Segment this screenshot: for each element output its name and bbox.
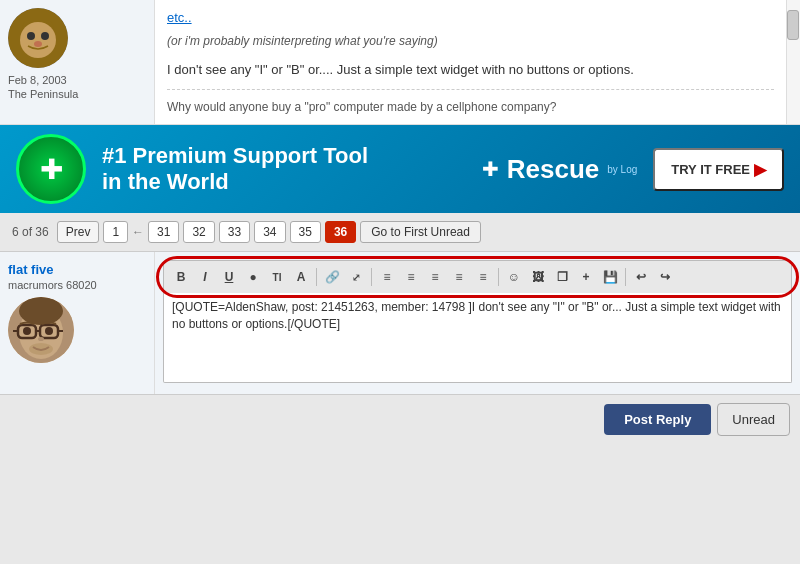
post-sidebar: Feb 8, 2003 The Peninsula [0,0,155,124]
avatar [8,8,68,68]
editor-textarea[interactable] [163,293,792,383]
ellipsis-sep: ← [132,225,144,239]
indent-button[interactable]: ≡ [448,266,470,288]
svg-point-6 [34,41,42,47]
page-wrapper: Feb 8, 2003 The Peninsula etc.. (or i'm … [0,0,800,444]
ad-brand: ✚ Rescue by Log [482,154,638,185]
ad-brand-cross-icon: ✚ [482,157,499,181]
post-quote-text: Why would anyone buy a "pro" computer ma… [167,89,774,116]
align-left-button[interactable]: ≡ [376,266,398,288]
avatar-image [8,8,68,68]
svg-point-9 [19,297,63,325]
image-button[interactable]: 🖼 [527,266,549,288]
page-32-button[interactable]: 32 [183,221,214,243]
prev-button[interactable]: Prev [57,221,100,243]
undo-button[interactable]: ↩ [630,266,652,288]
post-italic-note: (or i'm probably misinterpreting what yo… [167,32,774,50]
toolbar-sep-1 [316,268,317,286]
bold-button[interactable]: B [170,266,192,288]
post-location: The Peninsula [8,88,146,100]
link-button[interactable]: 🔗 [321,266,343,288]
ad-arrow-icon: ▶ [754,160,766,179]
post-content: etc.. (or i'm probably misinterpreting w… [155,0,786,124]
list-number-button[interactable]: ≡ [424,266,446,288]
unread-button[interactable]: Unread [717,403,790,436]
list-bullet-button[interactable]: ≡ [400,266,422,288]
post-main-text: I don't see any "I" or "B" or.... Just a… [167,60,774,80]
font-size-button[interactable]: TI [266,266,288,288]
emoji-button[interactable]: ☺ [503,266,525,288]
reply-username[interactable]: flat five [8,262,146,277]
page-1-button[interactable]: 1 [103,221,128,243]
page-34-button[interactable]: 34 [254,221,285,243]
scrollbar-thumb[interactable] [787,10,799,40]
toolbar-sep-3 [498,268,499,286]
page-31-button[interactable]: 31 [148,221,179,243]
svg-point-18 [29,343,53,355]
page-33-button[interactable]: 33 [219,221,250,243]
unlink-button[interactable]: ⤢ [345,266,367,288]
ad-brand-name: Rescue [507,154,600,185]
reply-area: flat five macrumors 68020 [0,252,800,394]
svg-point-16 [45,327,53,335]
svg-point-17 [38,337,44,341]
table-button[interactable]: ❐ [551,266,573,288]
editor-toolbar: B I U ● TI A 🔗 ⤢ ≡ ≡ ≡ ≡ ≡ ☺ [163,260,792,293]
reply-sidebar: flat five macrumors 68020 [0,252,155,394]
reply-avatar [8,297,74,363]
italic-button[interactable]: I [194,266,216,288]
ad-try-label: TRY IT FREE [671,162,750,177]
font-button[interactable]: A [290,266,312,288]
page-36-button[interactable]: 36 [325,221,356,243]
post-link[interactable]: etc.. [167,10,192,25]
page-35-button[interactable]: 35 [290,221,321,243]
svg-point-3 [20,22,56,58]
media-button[interactable]: + [575,266,597,288]
ad-banner[interactable]: ✚ #1 Premium Support Tool in the World ✚… [0,125,800,213]
go-first-unread-button[interactable]: Go to First Unread [360,221,481,243]
svg-point-4 [27,32,35,40]
toolbar-container: B I U ● TI A 🔗 ⤢ ≡ ≡ ≡ ≡ ≡ ☺ [163,260,792,293]
reply-main: B I U ● TI A 🔗 ⤢ ≡ ≡ ≡ ≡ ≡ ☺ [155,252,800,394]
toolbar-sep-2 [371,268,372,286]
save-button[interactable]: 💾 [599,266,621,288]
underline-button[interactable]: U [218,266,240,288]
outdent-button[interactable]: ≡ [472,266,494,288]
pagination-row: 6 of 36 Prev 1 ← 31 32 33 34 35 36 Go to… [0,213,800,252]
scrollbar[interactable] [786,0,800,124]
post-date: Feb 8, 2003 [8,74,146,86]
color-button[interactable]: ● [242,266,264,288]
ad-try-button[interactable]: TRY IT FREE ▶ [653,148,784,191]
ad-icon: ✚ [16,134,86,204]
ad-text-block: #1 Premium Support Tool in the World [102,143,466,196]
bottom-bar: Post Reply Unread [0,394,800,444]
page-info: 6 of 36 [12,225,49,239]
svg-point-5 [41,32,49,40]
ad-brand-by: by Log [607,164,637,175]
ad-headline: #1 Premium Support Tool [102,143,466,169]
ad-subheadline: in the World [102,169,466,195]
post-area: Feb 8, 2003 The Peninsula etc.. (or i'm … [0,0,800,125]
reply-user-rank: macrumors 68020 [8,279,146,291]
reply-avatar-image [8,297,74,363]
post-reply-button[interactable]: Post Reply [604,404,711,435]
ad-cross-icon: ✚ [40,153,63,186]
toolbar-sep-4 [625,268,626,286]
svg-point-15 [23,327,31,335]
redo-button[interactable]: ↪ [654,266,676,288]
